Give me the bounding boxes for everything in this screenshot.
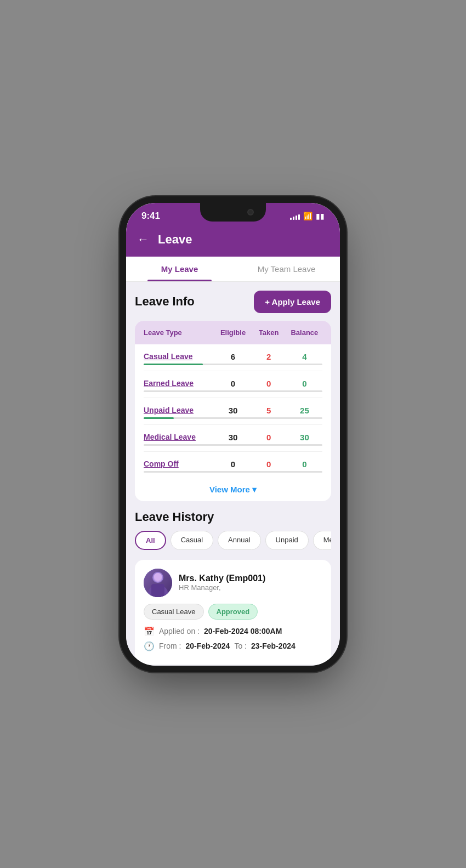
- employee-name: Mrs. Kathy (Emp001): [179, 574, 265, 583]
- eligible-compoff: 0: [215, 459, 251, 469]
- tab-bar: My Leave My Team Leave: [126, 257, 340, 282]
- applied-on-row: 📅 Applied on : 20-Feb-2024 08:00AM: [144, 626, 322, 637]
- col-type: Leave Type: [144, 328, 215, 337]
- balance-medical: 30: [287, 433, 322, 442]
- col-taken: Taken: [251, 328, 287, 337]
- table-row: Medical Leave 30 0 30: [144, 425, 322, 452]
- eligible-medical: 30: [215, 433, 251, 442]
- table-header: Leave Type Eligible Taken Balance: [135, 321, 331, 344]
- leave-type-unpaid[interactable]: Unpaid Leave: [144, 406, 215, 415]
- main-content: Leave Info + Apply Leave Leave Type Elig…: [126, 282, 340, 666]
- tab-team-leave[interactable]: My Team Leave: [233, 257, 340, 281]
- filter-chip-unpaid[interactable]: Unpaid: [265, 531, 309, 550]
- back-button[interactable]: ←: [137, 232, 149, 247]
- eligible-earned: 0: [215, 379, 251, 388]
- apply-leave-button[interactable]: + Apply Leave: [254, 291, 331, 313]
- taken-compoff: 0: [251, 459, 287, 469]
- balance-compoff: 0: [287, 459, 322, 469]
- to-date: 23-Feb-2024: [251, 642, 295, 650]
- leave-type-earned[interactable]: Earned Leave: [144, 379, 215, 388]
- table-row: Earned Leave 0 0 0: [144, 371, 322, 398]
- filter-chip-medical[interactable]: Medical: [313, 531, 331, 550]
- status-time: 9:41: [141, 211, 160, 222]
- balance-casual: 4: [287, 352, 322, 361]
- taken-casual: 2: [251, 352, 287, 361]
- phone-frame: 9:41 📶 ▮▮ ← Leave My Leave: [126, 203, 340, 666]
- progress-compoff: [144, 471, 322, 473]
- svg-point-4: [154, 573, 162, 581]
- filter-chip-all[interactable]: All: [135, 531, 166, 550]
- leave-table-card: Leave Type Eligible Taken Balance Casual…: [135, 321, 331, 501]
- tab-my-leave[interactable]: My Leave: [126, 257, 233, 281]
- col-balance: Balance: [287, 328, 322, 337]
- leave-type-compoff[interactable]: Comp Off: [144, 459, 215, 469]
- avatar: [144, 569, 172, 597]
- wifi-icon: 📶: [303, 212, 312, 220]
- table-body: Casual Leave 6 2 4 Earned Leave 0 0 0: [135, 344, 331, 478]
- leave-type-medical[interactable]: Medical Leave: [144, 433, 215, 442]
- status-badge: Approved: [208, 604, 258, 620]
- page-title: Leave: [158, 232, 192, 247]
- person-icon: [144, 569, 172, 597]
- filter-chips: All Casual Annual Unpaid Medical: [135, 531, 331, 552]
- battery-icon: ▮▮: [316, 212, 325, 220]
- filter-chip-annual[interactable]: Annual: [218, 531, 260, 550]
- from-to-row: 🕐 From : 20-Feb-2024 To : 23-Feb-2024: [144, 641, 322, 651]
- leave-info-title: Leave Info: [135, 294, 195, 309]
- badge-row: Casual Leave Approved: [144, 604, 322, 620]
- phone-screen: 9:41 📶 ▮▮ ← Leave My Leave: [126, 203, 340, 666]
- view-more-button[interactable]: View More ▾: [135, 478, 331, 501]
- applied-date: 20-Feb-2024 08:00AM: [204, 627, 282, 636]
- history-card-header: Mrs. Kathy (Emp001) HR Manager,: [144, 569, 322, 597]
- progress-casual: [144, 364, 322, 365]
- calendar-icon: 📅: [144, 626, 155, 637]
- leave-info-header: Leave Info + Apply Leave: [135, 291, 331, 313]
- col-eligible: Eligible: [215, 328, 251, 337]
- table-row: Comp Off 0 0 0: [144, 452, 322, 478]
- table-row: Unpaid Leave 30 5 25: [144, 398, 322, 425]
- taken-unpaid: 5: [251, 406, 287, 415]
- camera: [247, 209, 254, 215]
- svg-rect-3: [151, 584, 164, 597]
- status-icons: 📶 ▮▮: [290, 212, 325, 220]
- filter-chip-casual[interactable]: Casual: [171, 531, 213, 550]
- progress-earned: [144, 390, 322, 392]
- employee-info: Mrs. Kathy (Emp001) HR Manager,: [179, 574, 265, 592]
- leave-type-casual[interactable]: Casual Leave: [144, 352, 215, 361]
- eligible-unpaid: 30: [215, 406, 251, 415]
- from-date: 20-Feb-2024: [185, 642, 230, 650]
- header: ← Leave: [126, 226, 340, 257]
- notch: [200, 203, 266, 222]
- clock-icon: 🕐: [144, 641, 155, 651]
- signal-icon: [290, 212, 300, 220]
- table-row: Casual Leave 6 2 4: [144, 344, 322, 371]
- balance-unpaid: 25: [287, 406, 322, 415]
- progress-medical: [144, 444, 322, 446]
- employee-role: HR Manager,: [179, 583, 265, 592]
- leave-type-badge: Casual Leave: [144, 604, 204, 620]
- balance-earned: 0: [287, 379, 322, 388]
- taken-earned: 0: [251, 379, 287, 388]
- history-title: Leave History: [135, 510, 331, 524]
- eligible-casual: 6: [215, 352, 251, 361]
- progress-unpaid: [144, 417, 322, 419]
- taken-medical: 0: [251, 433, 287, 442]
- history-card: Mrs. Kathy (Emp001) HR Manager, Casual L…: [135, 560, 331, 665]
